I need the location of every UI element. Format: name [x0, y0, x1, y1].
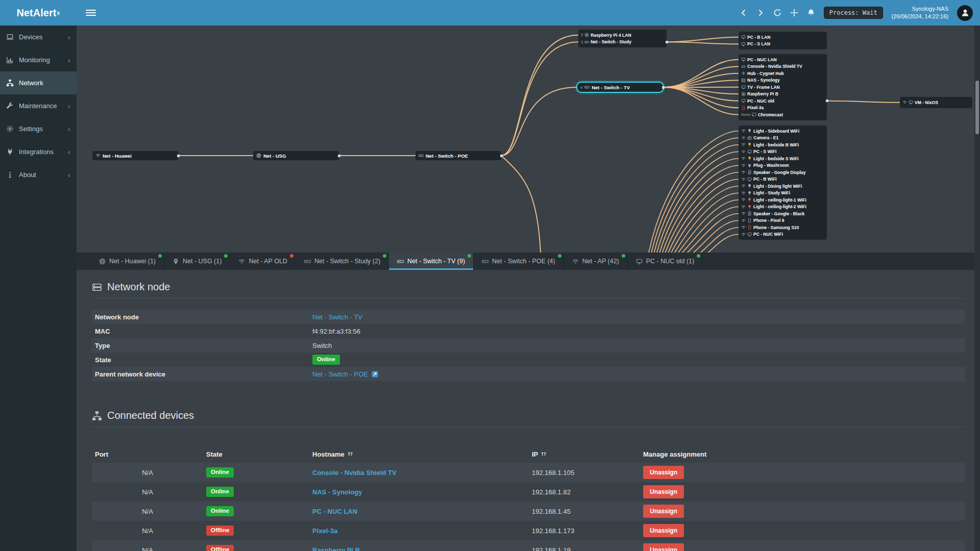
- tab-net-switch-tv-9[interactable]: Net - Switch - TV (9): [389, 253, 474, 270]
- user-icon: [961, 8, 970, 17]
- device-node-pc-b-lan[interactable]: PC - B LAN: [741, 34, 824, 41]
- bell-icon[interactable]: [807, 9, 815, 17]
- sidebar-item-devices[interactable]: Devices‹: [0, 26, 77, 48]
- state-badge: Online: [206, 487, 234, 497]
- node-usg[interactable]: Net - USG: [253, 151, 339, 160]
- col-ip[interactable]: IP: [529, 450, 640, 458]
- device-node-raspberry-pi-4-lan[interactable]: 5Raspberry Pi 4 LAN: [581, 32, 664, 39]
- tab-net-switch-study-2[interactable]: Net - Switch - Study (2): [296, 253, 389, 270]
- detail-value: f4:92:bf:a3:f3:56: [312, 328, 360, 335]
- device-node-light-ceiling-light-1-wifi[interactable]: Light - ceiling-light-1 WiFi: [741, 196, 824, 204]
- pc-icon: [741, 35, 746, 39]
- unassign-button[interactable]: Unassign: [643, 543, 684, 551]
- parent-node-link[interactable]: Net - Switch - POE: [312, 370, 368, 378]
- scrollbar-thumb[interactable]: [975, 81, 979, 134]
- app-logo[interactable]: NetAlertx: [0, 0, 77, 26]
- sort-icon[interactable]: [541, 451, 547, 457]
- device-label: Speaker - Google - Black: [753, 211, 804, 216]
- wifi-icon: [741, 225, 746, 230]
- device-node-net-switch-study[interactable]: 3Net - Switch - Study: [581, 39, 664, 46]
- device-node-light-dining-light-wifi[interactable]: Light - Dining light WiFi: [741, 183, 824, 190]
- external-link-icon[interactable]: [371, 370, 379, 378]
- wrench-icon: [6, 102, 14, 110]
- device-node-phone-pixel-6[interactable]: Phone - Pixel 6: [741, 217, 824, 224]
- device-node-speaker-google-display[interactable]: Speaker - Google Display: [741, 169, 824, 176]
- tab-net-switch-poe-4[interactable]: Net - Switch - POE (4): [474, 253, 564, 270]
- wifi-icon: [741, 197, 746, 202]
- pc-icon: [747, 149, 752, 154]
- device-node-plug-washroom[interactable]: Plug - Washroom: [741, 162, 824, 169]
- unassign-button[interactable]: Unassign: [643, 485, 684, 498]
- tab-net-ap-old[interactable]: Net - AP OLD: [230, 253, 296, 270]
- sidebar-item-settings[interactable]: Settings‹: [0, 117, 77, 140]
- device-node-speaker-google-black[interactable]: Speaker - Google - Black: [741, 210, 824, 217]
- sidebar-item-integrations[interactable]: Integrations‹: [0, 140, 77, 163]
- tab-net-ap-42[interactable]: Net - AP (42): [564, 253, 628, 270]
- chip-icon: [741, 92, 746, 96]
- sidebar-item-maintenance[interactable]: Maintenance‹: [0, 94, 77, 117]
- hostname-link[interactable]: PC - NUC LAN: [312, 508, 357, 515]
- refresh-icon[interactable]: [773, 9, 781, 17]
- table-row-pc-nuc-lan: N/AOnlinePC - NUC LAN192.168.1.45Unassig…: [92, 502, 965, 521]
- device-label: PC - NUC LAN: [747, 57, 777, 62]
- device-node-vm-nixos[interactable]: VM - NixOS: [902, 99, 970, 106]
- device-node-light-study-wifi[interactable]: Light - Study WiFi: [741, 190, 824, 197]
- hamburger-menu-icon[interactable]: [86, 10, 96, 16]
- device-node-light-sideboard-wifi[interactable]: Light - Sideboard WiFi: [741, 128, 824, 135]
- device-node-pc-nuc-wifi[interactable]: PC - NUC WiFi: [741, 231, 824, 238]
- node-tv[interactable]: 4Net - Switch - TV: [576, 82, 664, 93]
- device-node-pixel-3a[interactable]: Pixel-3a: [741, 105, 824, 112]
- forward-arrow-icon[interactable]: [756, 9, 765, 17]
- unassign-button[interactable]: Unassign: [643, 524, 684, 537]
- connector-dot: [338, 155, 340, 157]
- device-node-pc-nuc-lan[interactable]: PC - NUC LAN: [741, 56, 824, 63]
- node-link[interactable]: Net - Switch - TV: [312, 313, 362, 321]
- state-badge: Online: [206, 506, 234, 516]
- device-label: Light - Dining light WiFi: [753, 184, 802, 189]
- device-node-camera-e1[interactable]: Camera - E1: [741, 135, 824, 142]
- device-node-phone-samsung-s10[interactable]: Phone - Samsung S10: [741, 224, 824, 231]
- avatar[interactable]: [957, 5, 973, 21]
- device-node-light-ceiling-light-2-wifi[interactable]: Light - ceiling-light-2 WiFi: [741, 204, 824, 211]
- col-hostname[interactable]: Hostname: [309, 450, 529, 458]
- device-node-nas-synology[interactable]: NAS - Synology: [741, 77, 824, 84]
- hostname-link[interactable]: Console - Nvidia Shield TV: [312, 469, 397, 477]
- connector-dot: [826, 99, 828, 102]
- tab-pc-nuc-old-1[interactable]: PC - NUC old (1): [628, 253, 703, 270]
- device-node-pc-s-wifi[interactable]: PC - S WiFi: [741, 148, 824, 156]
- device-node-pc-b-wifi[interactable]: PC - B WiFi: [741, 176, 824, 183]
- device-node-tv-frame-lan[interactable]: TV - Frame LAN: [741, 84, 824, 91]
- sidebar-item-monitoring[interactable]: Monitoring‹: [0, 48, 77, 71]
- tab-net-huawei-1[interactable]: Net - Huawei (1): [91, 253, 164, 270]
- col-state: State: [203, 450, 309, 458]
- wifi-icon: [741, 177, 746, 182]
- table-row-nas-synology: N/AOnlineNAS - Synology192.168.1.82Unass…: [92, 482, 965, 502]
- page-scrollbar[interactable]: [974, 26, 980, 551]
- device-node-pc-s-lan[interactable]: PC - S LAN: [741, 41, 824, 48]
- device-node-hub-cygnet-hub[interactable]: Hub - Cygnet Hub: [741, 70, 824, 77]
- sort-icon[interactable]: [347, 451, 353, 457]
- move-icon[interactable]: [790, 9, 798, 17]
- device-node-pc-nuc-old[interactable]: PC - NUC old: [741, 97, 824, 105]
- node-poe[interactable]: Net - Switch - POE: [415, 151, 501, 160]
- state-badge: Online: [206, 467, 234, 478]
- hostname-link[interactable]: Pixel-3a: [312, 527, 337, 535]
- asterisk-icon: [741, 71, 746, 76]
- device-node-chromecast[interactable]: NoneChromecast: [741, 111, 824, 118]
- back-arrow-icon[interactable]: [740, 9, 748, 17]
- node-label: Net - USG: [263, 153, 286, 159]
- device-node-console-nvidia-shield-tv[interactable]: Console - Nvidia Shield TV: [741, 63, 824, 70]
- unassign-button[interactable]: Unassign: [643, 466, 684, 479]
- device-node-light-bedside-s-wifi[interactable]: Light - bedside S WiFi: [741, 155, 824, 162]
- unassign-button[interactable]: Unassign: [643, 505, 684, 518]
- chevron-left-icon: ‹: [68, 33, 70, 41]
- detail-value: Switch: [312, 342, 332, 349]
- sidebar-item-network[interactable]: Network: [0, 71, 77, 94]
- device-node-light-bedside-b-wifi[interactable]: Light - bedside B WiFi: [741, 141, 824, 148]
- sidebar-item-about[interactable]: About‹: [0, 163, 77, 186]
- tab-net-usg-1[interactable]: Net - USG (1): [164, 253, 230, 270]
- hostname-link[interactable]: Raspberry Pi B: [312, 546, 360, 551]
- device-node-raspberry-pi-b[interactable]: Raspberry Pi B: [741, 91, 824, 98]
- node-huawei[interactable]: Net - Huawei: [92, 151, 178, 160]
- hostname-link[interactable]: NAS - Synology: [312, 488, 362, 496]
